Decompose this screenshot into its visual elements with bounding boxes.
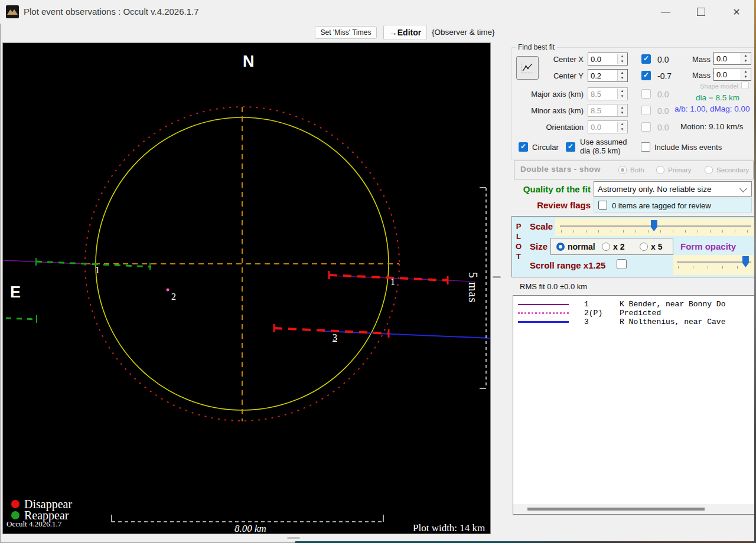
chord3-miss-dashes <box>6 318 37 319</box>
compass-east-label: E <box>10 283 21 302</box>
use-assumed-checkbox[interactable] <box>566 142 575 152</box>
form-opacity-track <box>677 261 751 263</box>
center-y-offset: -0.7 <box>657 71 672 81</box>
editor-button[interactable]: →Editor <box>383 25 427 40</box>
mass-y-spinner[interactable]: ▲▼ <box>741 69 750 80</box>
center-x-input[interactable]: 0.0 ▲▼ <box>588 53 628 66</box>
use-assumed-label-2: dia (8.5 km) <box>580 146 621 155</box>
size-radio-group: normal x 2 x 5 <box>550 238 673 255</box>
scalebar-length-label: 8.00 km <box>234 523 266 535</box>
title-bar: Plot event observations : Occult v.4.202… <box>0 0 756 24</box>
mountain-icon <box>6 5 19 18</box>
major-axis-checkbox[interactable] <box>641 89 651 99</box>
occult-version-label: Occult 4.2026.1.7 <box>6 519 61 529</box>
scroll-range-checkbox[interactable] <box>617 259 627 269</box>
horizontal-splitter-grip[interactable] <box>287 537 300 539</box>
plot-vertical-label: PLOT <box>516 221 522 261</box>
list-item-observer: Predicted <box>620 309 661 318</box>
minimize-button[interactable]: — <box>652 0 679 24</box>
list-item[interactable]: 1K Bender, near Bonny Do <box>518 300 755 309</box>
center-y-input[interactable]: 0.2 ▲▼ <box>588 69 628 82</box>
major-axis-offset: 0.0 <box>657 90 669 99</box>
double-stars-both-radio[interactable] <box>618 166 627 174</box>
disappear-dot-icon <box>11 500 19 508</box>
list-hscrollbar[interactable] <box>513 504 755 514</box>
major-axis-label: Major axis (km) <box>511 90 584 99</box>
center-x-label: Center X <box>511 55 584 64</box>
review-flags-text: 0 items are tagged for review <box>612 201 711 210</box>
major-axis-input: 8.5 ▲▼ <box>588 87 628 100</box>
review-flags-box: 0 items are tagged for review <box>594 198 752 212</box>
size-normal-radio[interactable] <box>556 243 565 251</box>
list-item-number: 1 <box>584 300 620 309</box>
orientation-value: 0.0 <box>591 123 601 132</box>
major-axis-spinner: ▲▼ <box>617 89 627 99</box>
observer-time-label[interactable]: {Observer & time} <box>432 28 495 37</box>
vertical-splitter-grip[interactable] <box>493 276 501 278</box>
form-opacity-ticks <box>678 266 751 269</box>
include-miss-checkbox[interactable] <box>641 142 650 152</box>
maximize-icon <box>697 8 705 16</box>
center-x-spinner[interactable]: ▲▼ <box>617 54 627 64</box>
close-button[interactable]: ✕ <box>723 0 750 24</box>
list-hscrollbar-thumb[interactable] <box>527 508 705 511</box>
legend-rows: 1K Bender, near Bonny Do2(P)Predicted3R … <box>513 296 755 326</box>
app-icon <box>6 5 19 18</box>
shape-model-checkbox[interactable] <box>741 81 749 89</box>
double-stars-primary-radio[interactable] <box>656 166 664 174</box>
center-x-value: 0.0 <box>591 55 601 64</box>
center-y-value: 0.2 <box>591 71 601 80</box>
dia-label: dia = 8.5 km <box>696 93 739 102</box>
list-item[interactable]: 3R Nolthenius, near Cave <box>518 318 755 326</box>
rms-fit-label: RMS fit 0.0 ±0.0 km <box>520 282 587 291</box>
legend-list[interactable]: 1K Bender, near Bonny Do2(P)Predicted3R … <box>513 295 756 515</box>
minor-axis-input: 8.5 ▲▼ <box>588 104 628 117</box>
review-flags-label: Review flags <box>517 200 591 210</box>
mass-x-input[interactable]: 0.0 ▲▼ <box>713 52 751 65</box>
double-stars-title: Double stars - show <box>520 165 601 174</box>
plot-vertical-letter: O <box>516 241 522 251</box>
mass-x-spinner[interactable]: ▲▼ <box>741 53 750 64</box>
plot-area[interactable]: N E 1 1 2 3 5 mas Disappear Reappear Occ… <box>2 42 491 534</box>
shape-model-label: Shape model <box>700 83 738 90</box>
list-item-number: 3 <box>584 318 620 326</box>
chord-line-swatch-icon <box>518 304 569 305</box>
form-opacity-slider[interactable] <box>673 255 756 275</box>
minor-axis-value: 8.5 <box>591 106 601 115</box>
scale-slider[interactable] <box>555 218 755 236</box>
circular-checkbox[interactable] <box>519 142 528 152</box>
minor-axis-label: Minor axis (km) <box>511 106 584 115</box>
center-x-checkbox[interactable] <box>641 54 651 64</box>
chord2-point <box>167 289 170 292</box>
review-flags-checkbox[interactable] <box>598 201 607 210</box>
motion-label: Motion: 9.10 km/s <box>680 122 744 131</box>
size-label: Size <box>530 241 548 251</box>
find-best-fit-title: Find best fit <box>516 43 557 51</box>
chord1-west-label: 1 <box>95 265 100 276</box>
mass-y-input[interactable]: 0.0 ▲▼ <box>713 68 751 81</box>
center-y-checkbox[interactable] <box>641 71 651 80</box>
double-stars-both-label: Both <box>630 166 644 174</box>
include-miss-label: Include Miss events <box>654 143 722 152</box>
double-stars-group: Double stars - show Both Primary Seconda… <box>514 161 754 179</box>
size-x5-radio[interactable] <box>640 243 648 251</box>
quality-label: Quality of the fit <box>517 184 591 194</box>
orientation-checkbox[interactable] <box>641 122 651 132</box>
chord2-label: 2 <box>171 292 176 302</box>
orientation-spinner: ▲▼ <box>617 122 627 132</box>
size-x2-radio[interactable] <box>602 243 610 251</box>
set-miss-times-button[interactable]: Set 'Miss' Times <box>315 26 377 39</box>
major-axis-value: 8.5 <box>591 90 601 99</box>
window-title: Plot event observations : Occult v.4.202… <box>24 6 199 17</box>
double-stars-primary-label: Primary <box>668 166 692 174</box>
plot-canvas <box>3 43 490 534</box>
center-y-spinner[interactable]: ▲▼ <box>617 70 627 81</box>
minor-axis-checkbox[interactable] <box>641 106 651 115</box>
list-item[interactable]: 2(P)Predicted <box>518 309 755 318</box>
center-x-offset: 0.0 <box>657 55 669 64</box>
use-assumed-label-1: Use assumed <box>580 138 627 146</box>
double-stars-secondary-radio[interactable] <box>705 166 713 174</box>
maximize-button[interactable] <box>687 0 715 24</box>
chevron-down-icon <box>739 185 747 192</box>
quality-select[interactable]: Astrometry only. No reliable size <box>594 181 752 197</box>
